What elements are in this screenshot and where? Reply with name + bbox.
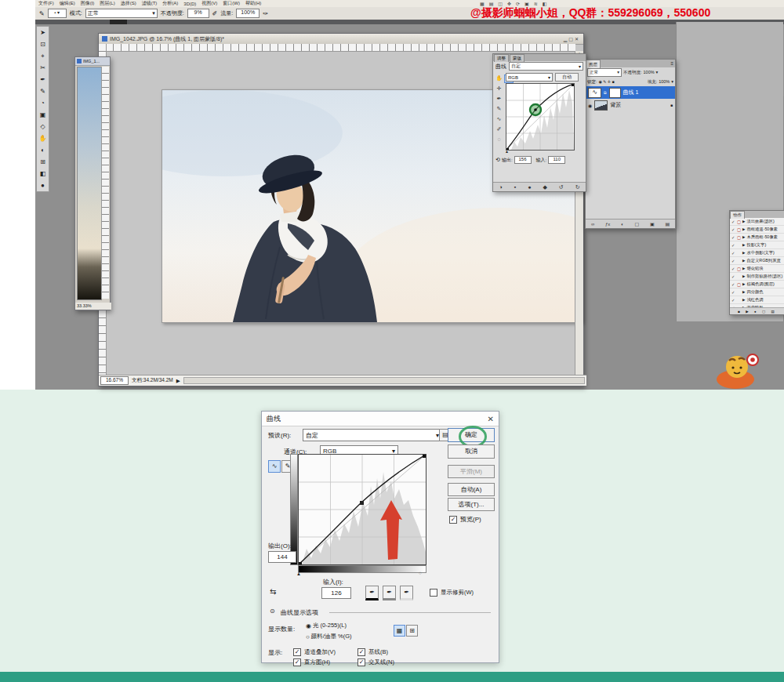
rail-icon[interactable]: ✋ — [494, 73, 504, 83]
grid-quarter-button[interactable]: ▦ — [394, 625, 405, 637]
tool-icon[interactable]: ⊞ — [37, 156, 49, 168]
show-checkbox[interactable]: ✓直方图(H) — [293, 657, 358, 667]
eye-icon[interactable]: ◉ — [588, 103, 592, 108]
panel-footer-icon[interactable]: ◑ — [499, 184, 502, 190]
show-checkbox[interactable]: ✓通道叠加(V) — [293, 647, 358, 657]
blend-mode-select[interactable]: 正常▾ — [587, 68, 622, 77]
layer-opacity-value[interactable]: 100% — [644, 70, 655, 74]
cancel-button[interactable]: 取消 — [448, 444, 495, 459]
action-check-icon[interactable]: ✓ — [731, 298, 735, 303]
menu-item[interactable]: 3D(D) — [183, 2, 196, 6]
curve-point-tool[interactable]: ∿ — [268, 460, 281, 473]
actions-footer-icons[interactable]: ■ ▶ ● ▢ ▤ — [738, 310, 776, 314]
brush-tool-icon[interactable]: ✎ — [39, 10, 45, 17]
rail-icon[interactable]: ∿ — [494, 114, 504, 124]
action-item[interactable]: ✓ ▶ 浅红色调 — [730, 296, 784, 304]
action-modal-icon[interactable]: ▢ — [737, 282, 741, 287]
zoom-field[interactable]: 16.67% — [100, 376, 129, 385]
menu-item[interactable]: 滤镜(T) — [142, 0, 158, 7]
shadow-slider-icon[interactable]: ▲ — [505, 149, 509, 154]
layers-footer-icon[interactable]: ∞ — [591, 222, 594, 227]
gray-eyedropper-icon[interactable]: ✒ — [383, 586, 396, 600]
layers-footer-icon[interactable]: ▤ — [665, 221, 670, 227]
app-toolbar-icon[interactable]: ▦ — [480, 1, 485, 6]
output-value[interactable]: 156 — [514, 156, 532, 164]
black-eyedropper-icon[interactable]: ✒ — [365, 586, 379, 600]
radio-light[interactable]: ◉光 (0-255)(L) — [306, 622, 347, 629]
action-check-icon[interactable]: ✓ — [731, 282, 735, 287]
action-check-icon[interactable]: ✓ — [731, 251, 735, 256]
tool-icon[interactable]: ⊡ — [37, 38, 49, 50]
triangle-right-icon[interactable]: ▶ — [742, 282, 745, 286]
triangle-right-icon[interactable]: ▶ — [742, 267, 745, 270]
curves-adjustment-thumb[interactable]: ∿ — [588, 88, 601, 98]
rail-icon[interactable]: ✒ — [494, 93, 504, 103]
doc-titlebar[interactable]: IMG_1042.JPG @ 16.7% (曲线 1, 图层蒙版/8)* ▁▢✕ — [99, 34, 583, 45]
tool-icon[interactable]: ✎ — [37, 85, 49, 97]
panel-footer-icon[interactable]: ◆ — [543, 184, 546, 190]
opacity-value[interactable]: 9% — [187, 9, 209, 18]
panel-footer-icon[interactable]: ● — [528, 184, 531, 190]
action-check-icon[interactable]: ✓ — [731, 227, 735, 232]
action-item[interactable]: ✓ ▶ 制作剪贴路径(选区) — [730, 273, 784, 281]
actions-tab[interactable]: 动作 — [730, 211, 745, 219]
action-item[interactable]: ✓ ▢ ▶ 淡出效果(选区) — [730, 218, 784, 226]
layers-tab[interactable]: 图层 — [586, 60, 601, 68]
action-item[interactable]: ✓ ▶ 投影(文字) — [730, 241, 784, 249]
black-point-slider[interactable]: ▲ — [296, 571, 301, 576]
panel-tab[interactable]: 蒙版 — [510, 54, 524, 62]
grid-tenth-button[interactable]: ⊞ — [406, 625, 418, 637]
channel-select[interactable]: RGB▾ — [506, 73, 553, 82]
radio-pigment[interactable]: ○颜料/油墨 %(G) — [306, 633, 352, 640]
layer-row-curves[interactable]: ∿ ⧉ 曲线 1 — [586, 86, 675, 99]
action-check-icon[interactable]: ✓ — [731, 267, 735, 271]
preview-checkbox[interactable]: ✓预览(P) — [449, 515, 481, 524]
white-eyedropper-icon[interactable]: ✒ — [400, 586, 413, 600]
app-toolbar-icon[interactable]: ✥ — [507, 1, 511, 6]
doc-small-titlebar[interactable]: IMG_1... — [75, 57, 110, 66]
action-item[interactable]: ✓ ▶ 水中倒影(文字) — [730, 249, 784, 257]
app-toolbar-icon[interactable]: ⟳ — [516, 1, 520, 6]
layers-footer-icon[interactable]: ▣ — [650, 221, 655, 227]
smooth-button[interactable]: 平滑(M) — [448, 465, 495, 478]
lock-icons[interactable]: ◉ ✎ ✛ ■ — [599, 79, 615, 84]
app-toolbar-icon[interactable]: ≋ — [534, 1, 538, 6]
action-modal-icon[interactable]: ▢ — [737, 235, 741, 240]
collapse-icon[interactable]: ⊙ — [270, 608, 275, 615]
action-check-icon[interactable]: ✓ — [731, 290, 735, 295]
tool-icon[interactable]: ▣ — [37, 109, 49, 121]
panel-curve-grid[interactable] — [506, 83, 575, 151]
white-point-slider[interactable]: ○ — [419, 571, 422, 575]
flow-value[interactable]: 100% — [236, 9, 260, 18]
panel-footer-icon[interactable]: ↻ — [575, 184, 580, 190]
tool-icon[interactable]: ◧ — [37, 168, 49, 180]
menu-item[interactable]: 图像(I) — [81, 0, 95, 7]
rail-icon[interactable]: ✛ — [494, 83, 504, 93]
auto-button[interactable]: 自动 — [555, 73, 579, 82]
airbrush-toggle-icon[interactable]: ✑ — [263, 10, 268, 17]
menu-item[interactable]: 分析(A) — [162, 0, 178, 7]
action-check-icon[interactable]: ✓ — [731, 235, 735, 240]
menu-item[interactable]: 帮助(H) — [245, 0, 261, 7]
menu-item[interactable]: 窗口(W) — [223, 0, 240, 7]
show-checkbox[interactable]: ✓交叉线(N) — [358, 657, 422, 667]
curve-modify-icon[interactable]: ⇆ — [270, 587, 276, 596]
layer-name[interactable]: 背景 — [610, 101, 668, 109]
action-item[interactable]: ✓ ▢ ▶ 熔化铅块 — [730, 265, 784, 273]
background-thumb[interactable] — [594, 100, 608, 111]
tool-icon[interactable]: ● — [37, 180, 49, 191]
rail-icon[interactable]: ✎ — [494, 103, 504, 114]
app-toolbar-icon[interactable]: ◧ — [543, 1, 547, 6]
hand-drag-icon[interactable]: ⟲ — [495, 157, 500, 163]
show-checkbox[interactable]: ✓基线(B) — [358, 647, 422, 657]
triangle-right-icon[interactable]: ▶ — [742, 298, 745, 302]
tool-icon[interactable]: ⌖ — [37, 50, 49, 62]
tool-icon[interactable]: ➤ — [37, 27, 49, 38]
action-check-icon[interactable]: ✓ — [731, 259, 735, 263]
layers-footer-icon[interactable]: ▢ — [634, 221, 639, 227]
input-value[interactable]: 126 — [321, 587, 351, 599]
dialog-titlebar[interactable]: 曲线 ✕ — [262, 412, 499, 426]
triangle-right-icon[interactable]: ▶ — [742, 235, 745, 239]
menu-item[interactable]: 视图(V) — [201, 0, 217, 7]
tool-icon[interactable]: ◔ — [37, 97, 49, 109]
